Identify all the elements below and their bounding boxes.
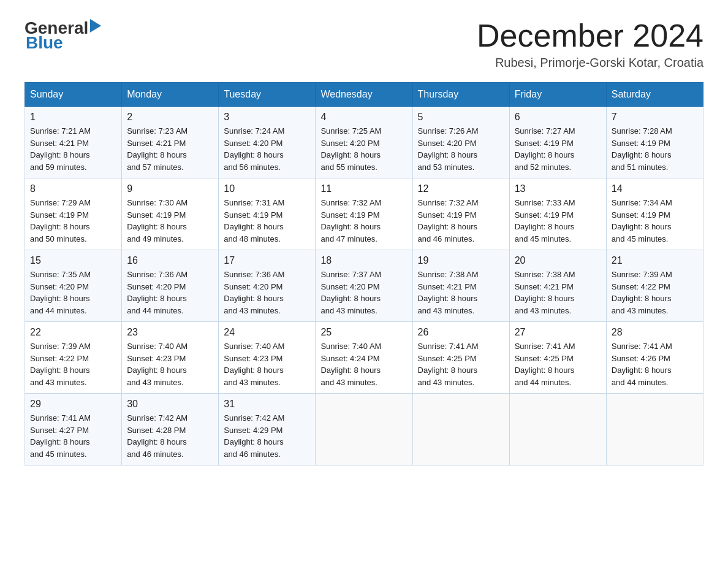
day-info: Sunrise: 7:42 AM Sunset: 4:29 PM Dayligh… xyxy=(224,412,310,460)
day-number: 6 xyxy=(515,112,601,123)
day-number: 4 xyxy=(320,112,407,123)
header-tuesday: Tuesday xyxy=(219,83,316,107)
table-row: 8 Sunrise: 7:29 AM Sunset: 4:19 PM Dayli… xyxy=(25,178,122,250)
table-row: 25 Sunrise: 7:40 AM Sunset: 4:24 PM Dayl… xyxy=(316,322,412,394)
day-info: Sunrise: 7:34 AM Sunset: 4:19 PM Dayligh… xyxy=(612,197,698,245)
day-info: Sunrise: 7:36 AM Sunset: 4:20 PM Dayligh… xyxy=(127,269,213,316)
header-friday: Friday xyxy=(509,83,606,107)
month-title: December 2024 xyxy=(477,18,703,53)
day-number: 29 xyxy=(30,399,116,410)
logo-blue: Blue xyxy=(26,33,101,53)
day-number: 23 xyxy=(127,327,213,338)
day-number: 2 xyxy=(127,112,213,123)
table-row: 12 Sunrise: 7:32 AM Sunset: 4:19 PM Dayl… xyxy=(412,178,509,250)
day-info: Sunrise: 7:40 AM Sunset: 4:23 PM Dayligh… xyxy=(224,340,310,388)
day-number: 20 xyxy=(515,255,601,266)
day-info: Sunrise: 7:36 AM Sunset: 4:20 PM Dayligh… xyxy=(224,269,310,316)
day-number: 10 xyxy=(224,183,310,194)
table-row: 28 Sunrise: 7:41 AM Sunset: 4:26 PM Dayl… xyxy=(606,322,703,394)
day-number: 1 xyxy=(30,112,116,123)
header-monday: Monday xyxy=(122,83,219,107)
day-number: 15 xyxy=(30,255,116,266)
table-row: 15 Sunrise: 7:35 AM Sunset: 4:20 PM Dayl… xyxy=(25,250,122,322)
day-info: Sunrise: 7:38 AM Sunset: 4:21 PM Dayligh… xyxy=(515,269,601,316)
day-info: Sunrise: 7:32 AM Sunset: 4:19 PM Dayligh… xyxy=(320,197,407,245)
table-row: 22 Sunrise: 7:39 AM Sunset: 4:22 PM Dayl… xyxy=(25,322,122,394)
table-row: 13 Sunrise: 7:33 AM Sunset: 4:19 PM Dayl… xyxy=(509,178,606,250)
day-number: 22 xyxy=(30,327,116,338)
day-number: 13 xyxy=(515,183,601,194)
day-info: Sunrise: 7:42 AM Sunset: 4:28 PM Dayligh… xyxy=(127,412,213,460)
table-row: 27 Sunrise: 7:41 AM Sunset: 4:25 PM Dayl… xyxy=(509,322,606,394)
day-number: 19 xyxy=(418,255,504,266)
svg-marker-0 xyxy=(90,19,101,33)
table-row: 24 Sunrise: 7:40 AM Sunset: 4:23 PM Dayl… xyxy=(219,322,316,394)
table-row xyxy=(316,394,412,465)
table-row: 18 Sunrise: 7:37 AM Sunset: 4:20 PM Dayl… xyxy=(316,250,412,322)
day-number: 16 xyxy=(127,255,213,266)
day-number: 28 xyxy=(612,327,698,338)
day-info: Sunrise: 7:40 AM Sunset: 4:23 PM Dayligh… xyxy=(127,340,213,388)
table-row: 16 Sunrise: 7:36 AM Sunset: 4:20 PM Dayl… xyxy=(122,250,219,322)
table-row xyxy=(509,394,606,465)
header-wednesday: Wednesday xyxy=(316,83,412,107)
day-info: Sunrise: 7:24 AM Sunset: 4:20 PM Dayligh… xyxy=(224,125,310,173)
header-sunday: Sunday xyxy=(25,83,122,107)
table-row: 10 Sunrise: 7:31 AM Sunset: 4:19 PM Dayl… xyxy=(219,178,316,250)
day-info: Sunrise: 7:32 AM Sunset: 4:19 PM Dayligh… xyxy=(418,197,504,245)
table-row: 23 Sunrise: 7:40 AM Sunset: 4:23 PM Dayl… xyxy=(122,322,219,394)
day-info: Sunrise: 7:35 AM Sunset: 4:20 PM Dayligh… xyxy=(30,269,116,316)
day-info: Sunrise: 7:39 AM Sunset: 4:22 PM Dayligh… xyxy=(612,269,698,316)
day-number: 27 xyxy=(515,327,601,338)
day-info: Sunrise: 7:41 AM Sunset: 4:26 PM Dayligh… xyxy=(612,340,698,388)
day-info: Sunrise: 7:29 AM Sunset: 4:19 PM Dayligh… xyxy=(30,197,116,245)
day-info: Sunrise: 7:31 AM Sunset: 4:19 PM Dayligh… xyxy=(224,197,310,245)
day-number: 12 xyxy=(418,183,504,194)
day-info: Sunrise: 7:39 AM Sunset: 4:22 PM Dayligh… xyxy=(30,340,116,388)
table-row: 31 Sunrise: 7:42 AM Sunset: 4:29 PM Dayl… xyxy=(219,394,316,465)
table-row: 9 Sunrise: 7:30 AM Sunset: 4:19 PM Dayli… xyxy=(122,178,219,250)
table-row: 29 Sunrise: 7:41 AM Sunset: 4:27 PM Dayl… xyxy=(25,394,122,465)
table-row xyxy=(606,394,703,465)
table-row: 2 Sunrise: 7:23 AM Sunset: 4:21 PM Dayli… xyxy=(122,107,219,178)
table-row: 21 Sunrise: 7:39 AM Sunset: 4:22 PM Dayl… xyxy=(606,250,703,322)
table-row: 19 Sunrise: 7:38 AM Sunset: 4:21 PM Dayl… xyxy=(412,250,509,322)
day-info: Sunrise: 7:28 AM Sunset: 4:19 PM Dayligh… xyxy=(612,125,698,173)
day-info: Sunrise: 7:41 AM Sunset: 4:25 PM Dayligh… xyxy=(418,340,504,388)
calendar-week-row: 22 Sunrise: 7:39 AM Sunset: 4:22 PM Dayl… xyxy=(25,322,703,394)
title-section: December 2024 Rubesi, Primorje-Gorski Ko… xyxy=(477,18,703,70)
day-number: 8 xyxy=(30,183,116,194)
day-number: 18 xyxy=(320,255,407,266)
calendar-week-row: 29 Sunrise: 7:41 AM Sunset: 4:27 PM Dayl… xyxy=(25,394,703,465)
day-info: Sunrise: 7:38 AM Sunset: 4:21 PM Dayligh… xyxy=(418,269,504,316)
day-info: Sunrise: 7:37 AM Sunset: 4:20 PM Dayligh… xyxy=(320,269,407,316)
day-info: Sunrise: 7:23 AM Sunset: 4:21 PM Dayligh… xyxy=(127,125,213,173)
table-row: 3 Sunrise: 7:24 AM Sunset: 4:20 PM Dayli… xyxy=(219,107,316,178)
day-info: Sunrise: 7:40 AM Sunset: 4:24 PM Dayligh… xyxy=(320,340,407,388)
table-row: 20 Sunrise: 7:38 AM Sunset: 4:21 PM Dayl… xyxy=(509,250,606,322)
day-info: Sunrise: 7:41 AM Sunset: 4:27 PM Dayligh… xyxy=(30,412,116,460)
day-info: Sunrise: 7:41 AM Sunset: 4:25 PM Dayligh… xyxy=(515,340,601,388)
day-info: Sunrise: 7:25 AM Sunset: 4:20 PM Dayligh… xyxy=(320,125,407,173)
table-row: 6 Sunrise: 7:27 AM Sunset: 4:19 PM Dayli… xyxy=(509,107,606,178)
calendar-week-row: 15 Sunrise: 7:35 AM Sunset: 4:20 PM Dayl… xyxy=(25,250,703,322)
logo: General Blue xyxy=(25,18,101,53)
page-header: General Blue December 2024 Rubesi, Primo… xyxy=(25,18,703,70)
day-number: 5 xyxy=(418,112,504,123)
logo-arrow-icon xyxy=(90,19,101,35)
day-number: 21 xyxy=(612,255,698,266)
day-number: 24 xyxy=(224,327,310,338)
day-info: Sunrise: 7:26 AM Sunset: 4:20 PM Dayligh… xyxy=(418,125,504,173)
weekday-header-row: Sunday Monday Tuesday Wednesday Thursday… xyxy=(25,83,703,107)
day-number: 30 xyxy=(127,399,213,410)
location: Rubesi, Primorje-Gorski Kotar, Croatia xyxy=(477,56,703,70)
day-info: Sunrise: 7:33 AM Sunset: 4:19 PM Dayligh… xyxy=(515,197,601,245)
calendar-table: Sunday Monday Tuesday Wednesday Thursday… xyxy=(25,82,703,465)
day-number: 17 xyxy=(224,255,310,266)
table-row: 11 Sunrise: 7:32 AM Sunset: 4:19 PM Dayl… xyxy=(316,178,412,250)
table-row xyxy=(412,394,509,465)
day-number: 7 xyxy=(612,112,698,123)
table-row: 1 Sunrise: 7:21 AM Sunset: 4:21 PM Dayli… xyxy=(25,107,122,178)
table-row: 14 Sunrise: 7:34 AM Sunset: 4:19 PM Dayl… xyxy=(606,178,703,250)
table-row: 17 Sunrise: 7:36 AM Sunset: 4:20 PM Dayl… xyxy=(219,250,316,322)
